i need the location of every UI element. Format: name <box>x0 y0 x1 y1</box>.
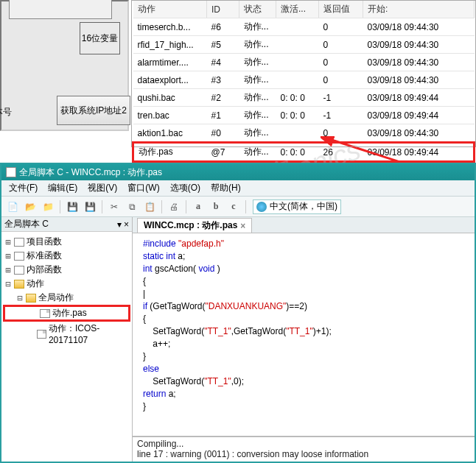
cell-start: 03/09/18 09:49:44 <box>363 107 475 124</box>
tree-standard-fn[interactable]: ⊞标准函数 <box>3 249 130 263</box>
cell-action: timeserch.b... <box>133 18 207 36</box>
cell-action: qushi.bac <box>133 89 207 107</box>
cell-trigger <box>276 36 319 54</box>
status-line-1: Compiling... <box>137 439 470 449</box>
col-trigger[interactable]: 激活... <box>276 1 319 18</box>
cell-status: 动作... <box>239 89 276 107</box>
cell-status: 动作... <box>239 124 276 143</box>
cell-status: 动作... <box>239 107 276 124</box>
cell-id: @7 <box>207 143 239 162</box>
cell-start: 03/09/18 09:44:30 <box>363 18 475 36</box>
code-editor[interactable]: #include "apdefap.h"static int a;int gsc… <box>133 233 475 437</box>
action-status-table[interactable]: 动作 ID 状态 激活... 返回值 开始: timeserch.b...#6动… <box>131 0 476 147</box>
col-id[interactable]: ID <box>207 1 239 18</box>
paste-icon[interactable]: 📋 <box>141 199 158 215</box>
titlebar[interactable]: 全局脚本 C - WINCC.mcp : 动作.pas <box>1 164 475 180</box>
script-editor-window: 全局脚本 C - WINCC.mcp : 动作.pas 文件(F) 编辑(E) … <box>0 163 476 463</box>
table-header-row: 动作 ID 状态 激活... 返回值 开始: <box>133 1 475 18</box>
output-pane[interactable]: Compiling... line 17 : warning (0011) : … <box>133 437 475 462</box>
folder-icon <box>14 238 24 247</box>
sidebar-title: 全局脚本 C <box>4 218 49 230</box>
toolbar: 📄 📂 📁 💾 💾 ✂ ⧉ 📋 🖨 a b c 中文(简体，中国) <box>1 197 475 217</box>
print-icon[interactable]: 🖨 <box>166 199 182 215</box>
cell-ret: 26 <box>319 143 363 162</box>
tree-icos-action[interactable]: 动作：ICOS-20171107 <box>3 322 130 346</box>
copy-icon[interactable]: ⧉ <box>124 199 140 215</box>
cell-status: 动作... <box>239 54 276 71</box>
var16-button[interactable]: 16位变量 <box>80 22 120 54</box>
cell-trigger <box>276 54 319 71</box>
parent-icon[interactable]: 📁 <box>40 199 56 215</box>
cell-start: 03/09/18 09:49:44 <box>363 143 475 162</box>
close-icon[interactable]: × <box>240 221 245 231</box>
col-action[interactable]: 动作 <box>133 1 207 18</box>
cell-start: 03/09/18 09:44:30 <box>363 36 475 54</box>
language-combo[interactable]: 中文(简体，中国) <box>253 199 341 214</box>
file-icon <box>40 309 50 318</box>
tree-global-actions[interactable]: ⊟全局动作 <box>3 291 130 305</box>
menu-window[interactable]: 窗口(W) <box>123 180 164 196</box>
app-icon <box>6 167 16 177</box>
cell-action: dataexplort... <box>133 71 207 89</box>
folder-icon <box>14 280 24 289</box>
cell-id: #5 <box>207 36 239 54</box>
col-status[interactable]: 状态 <box>239 1 276 18</box>
save-icon[interactable]: 💾 <box>64 199 80 215</box>
tree-internal-fn[interactable]: ⊞内部函数 <box>3 263 130 277</box>
editor-tabstrip: WINCC.mcp : 动作.pas × <box>133 217 475 233</box>
editor-tab[interactable]: WINCC.mcp : 动作.pas × <box>137 218 252 233</box>
cell-id: #0 <box>207 124 239 143</box>
sidebar-dropdown-icon[interactable]: ▾ × <box>117 219 129 230</box>
globe-icon <box>256 202 267 212</box>
menubar: 文件(F) 编辑(E) 视图(V) 窗口(W) 选项(O) 帮助(H) <box>1 180 475 197</box>
language-label: 中文(简体，中国) <box>270 200 337 213</box>
status-line-2: line 17 : warning (0011) : conversion ma… <box>137 449 470 459</box>
save-all-icon[interactable]: 💾 <box>82 199 98 215</box>
cell-action: 动作.pas <box>133 143 207 162</box>
table-row[interactable]: tren.bac#1动作...0: 0: 0-103/09/18 09:49:4… <box>133 107 475 124</box>
cell-status: 动作... <box>239 36 276 54</box>
folder-icon <box>26 294 36 303</box>
new-icon[interactable]: 📄 <box>4 199 21 215</box>
cell-trigger: 0: 0: 0 <box>276 143 319 162</box>
menu-view[interactable]: 视图(V) <box>83 180 122 196</box>
tag-c-icon[interactable]: c <box>225 199 242 215</box>
menu-options[interactable]: 选项(O) <box>166 180 205 196</box>
open-icon[interactable]: 📂 <box>22 199 38 215</box>
cell-start: 03/09/18 09:49:44 <box>363 89 475 107</box>
col-return[interactable]: 返回值 <box>319 1 363 18</box>
unnamed-frame <box>9 0 112 19</box>
col-start[interactable]: 开始: <box>363 1 475 18</box>
cell-trigger: 0: 0: 0 <box>276 107 319 124</box>
folder-icon <box>14 266 24 275</box>
cell-action: tren.bac <box>133 107 207 124</box>
menu-file[interactable]: 文件(F) <box>4 180 42 196</box>
table-row[interactable]: 动作.pas@7动作...0: 0: 02603/09/18 09:49:44 <box>133 143 475 162</box>
cell-id: #6 <box>207 18 239 36</box>
cell-action: rfid_17_high... <box>133 36 207 54</box>
table-row[interactable]: dataexplort...#3动作...003/09/18 09:44:30 <box>133 71 475 89</box>
cell-id: #3 <box>207 71 239 89</box>
get-system-ip-button[interactable]: 获取系统IP地址2 <box>57 96 130 125</box>
table-row[interactable]: rfid_17_high...#5动作...003/09/18 09:44:30 <box>133 36 475 54</box>
table-row[interactable]: qushi.bac#2动作...0: 0: 0-103/09/18 09:49:… <box>133 89 475 107</box>
tag-a-icon[interactable]: a <box>190 199 206 215</box>
table-row[interactable]: aktion1.bac#0动作...003/09/18 09:44:30 <box>133 124 475 143</box>
menu-help[interactable]: 帮助(H) <box>206 180 245 196</box>
cell-status: 动作... <box>239 71 276 89</box>
menu-edit[interactable]: 编辑(E) <box>43 180 82 196</box>
tree-pas-file[interactable]: 动作.pas <box>3 305 130 322</box>
cut-icon[interactable]: ✂ <box>106 199 122 215</box>
table-row[interactable]: alarmtimer....#4动作...003/09/18 09:44:30 <box>133 54 475 71</box>
tree-project-fn[interactable]: ⊞项目函数 <box>3 235 130 249</box>
tab-label: WINCC.mcp : 动作.pas <box>144 219 237 232</box>
cell-ret: 0 <box>319 124 363 143</box>
cell-status: 动作... <box>239 143 276 162</box>
cell-ret: 0 <box>319 36 363 54</box>
tree-actions[interactable]: ⊟动作 <box>3 277 130 291</box>
cell-trigger <box>276 18 319 36</box>
table-row[interactable]: timeserch.b...#6动作...003/09/18 09:44:30 <box>133 18 475 36</box>
tag-b-icon[interactable]: b <box>208 199 224 215</box>
sidebar: 全局脚本 C ▾ × ⊞项目函数 ⊞标准函数 ⊞内部函数 ⊟动作 ⊟全局动作 动… <box>1 217 133 462</box>
tree-view[interactable]: ⊞项目函数 ⊞标准函数 ⊞内部函数 ⊟动作 ⊟全局动作 动作.pas 动作：IC… <box>1 232 132 462</box>
